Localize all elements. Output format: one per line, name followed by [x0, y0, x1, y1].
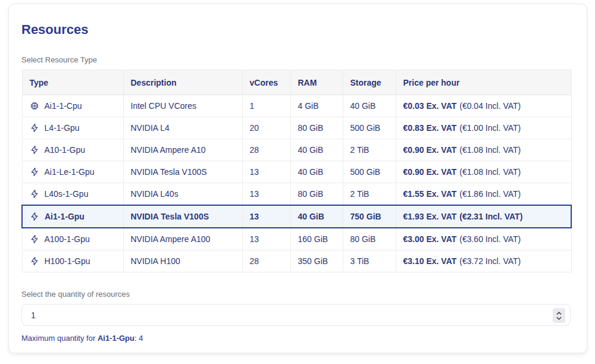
column-header-type: Type	[22, 70, 123, 95]
price-ex-vat: €3.00 Ex. VAT	[403, 234, 457, 244]
quantity-stepper[interactable]	[553, 308, 565, 323]
max-note-suffix: : 4	[134, 334, 143, 343]
resource-storage[interactable]: 2 TiB	[343, 183, 396, 206]
column-header-vcores: vCores	[242, 70, 290, 95]
resource-storage[interactable]: 2 TiB	[343, 139, 396, 161]
resource-description[interactable]: NVIDIA Ampere A10	[123, 139, 242, 161]
column-header-description: Description	[123, 70, 242, 95]
column-header-ram: RAM	[290, 70, 343, 95]
max-quantity-note: Maximum quantity for Ai1-1-Gpu: 4	[21, 334, 569, 343]
resource-type-value: Ai1-Le-1-Gpu	[45, 167, 95, 177]
resource-type-value: Ai1-1-Gpu	[45, 212, 84, 221]
price-ex-vat: €0.83 Ex. VAT	[403, 123, 457, 133]
resource-table: Type Description vCores RAM Storage Pric…	[21, 70, 572, 272]
resource-row[interactable]: Ai1-1-Cpu Intel CPU VCores 1 4 GiB 40 Gi…	[22, 95, 571, 117]
quantity-field-container	[21, 304, 571, 326]
resource-type-value: L40s-1-Gpu	[45, 189, 89, 199]
quantity-input[interactable]	[22, 305, 570, 325]
resource-row[interactable]: Ai1-1-Gpu NVIDIA Tesla V100S 13 40 GiB 7…	[22, 205, 571, 228]
resource-type-label: Select Resource Type	[21, 55, 569, 64]
price-incl-vat: (€1.08 Incl. VAT)	[459, 167, 521, 177]
resource-price[interactable]: €1.55 Ex. VAT(€1.86 Incl. VAT)	[396, 183, 571, 206]
price-incl-vat: (€0.04 Incl. VAT)	[459, 101, 521, 111]
resource-vcores[interactable]: 13	[242, 205, 290, 228]
resource-type-value: H100-1-Gpu	[45, 256, 90, 266]
lightning-icon	[30, 167, 39, 177]
lightning-icon	[30, 256, 39, 266]
resource-type-value: A10-1-Gpu	[45, 145, 85, 155]
lightning-icon	[30, 145, 39, 155]
resource-description[interactable]: NVIDIA Tesla V100S	[123, 161, 242, 183]
resource-vcores[interactable]: 13	[242, 228, 290, 250]
price-ex-vat: €1.55 Ex. VAT	[403, 189, 457, 199]
resource-price[interactable]: €0.90 Ex. VAT(€1.08 Incl. VAT)	[396, 139, 571, 161]
price-ex-vat: €0.03 Ex. VAT	[403, 101, 457, 111]
column-header-price: Price per hour	[396, 70, 571, 95]
resource-storage[interactable]: 750 GiB	[343, 205, 396, 228]
resource-ram[interactable]: 40 GiB	[290, 161, 343, 183]
resource-storage[interactable]: 3 TiB	[343, 250, 396, 272]
price-incl-vat: (€1.86 Incl. VAT)	[459, 189, 521, 199]
lightning-icon	[30, 212, 39, 221]
resource-storage[interactable]: 80 GiB	[343, 228, 396, 250]
price-incl-vat: (€3.60 Incl. VAT)	[459, 234, 521, 244]
resource-ram[interactable]: 4 GiB	[290, 95, 343, 117]
price-incl-vat: (€3.72 Incl. VAT)	[459, 256, 521, 266]
resource-type-value: Ai1-1-Cpu	[45, 101, 82, 111]
chevron-up-icon	[557, 312, 560, 314]
price-ex-vat: €0.90 Ex. VAT	[403, 167, 457, 177]
lightning-icon	[30, 123, 39, 133]
resource-vcores[interactable]: 20	[242, 117, 290, 139]
resource-description[interactable]: NVIDIA L4	[123, 117, 242, 139]
lightning-icon	[30, 234, 39, 244]
resource-ram[interactable]: 40 GiB	[290, 205, 343, 228]
resource-vcores[interactable]: 1	[242, 95, 290, 117]
resource-vcores[interactable]: 28	[242, 250, 290, 272]
resource-ram[interactable]: 160 GiB	[290, 228, 343, 250]
resource-ram[interactable]: 80 GiB	[290, 183, 343, 206]
resource-ram[interactable]: 40 GiB	[290, 139, 343, 161]
resource-price[interactable]: €0.90 Ex. VAT(€1.08 Incl. VAT)	[396, 161, 571, 183]
resource-price[interactable]: €0.83 Ex. VAT(€1.00 Incl. VAT)	[396, 117, 571, 139]
resource-row[interactable]: L40s-1-Gpu NVIDIA L40s 13 80 GiB 2 TiB €…	[22, 183, 571, 206]
column-header-storage: Storage	[343, 70, 396, 95]
resource-ram[interactable]: 80 GiB	[290, 117, 343, 139]
resource-price[interactable]: €3.00 Ex. VAT(€3.60 Incl. VAT)	[396, 228, 571, 250]
resource-vcores[interactable]: 13	[242, 183, 290, 206]
cpu-chip-icon	[30, 101, 39, 111]
price-incl-vat: (€2.31 Incl. VAT)	[459, 212, 522, 221]
quantity-label: Select the quantity of resources	[21, 290, 569, 299]
resource-storage[interactable]: 500 GiB	[343, 161, 396, 183]
resource-row[interactable]: H100-1-Gpu NVIDIA H100 28 350 GiB 3 TiB …	[22, 250, 571, 272]
resource-price[interactable]: €3.10 Ex. VAT(€3.72 Incl. VAT)	[396, 250, 571, 272]
resource-description[interactable]: NVIDIA H100	[123, 250, 242, 272]
resource-ram[interactable]: 350 GiB	[290, 250, 343, 272]
lightning-icon	[30, 189, 39, 199]
resource-row[interactable]: A10-1-Gpu NVIDIA Ampere A10 28 40 GiB 2 …	[22, 139, 571, 161]
price-ex-vat: €3.10 Ex. VAT	[403, 256, 457, 266]
price-ex-vat: €0.90 Ex. VAT	[403, 145, 457, 155]
max-note-resource: Ai1-1-Gpu	[98, 334, 134, 343]
resources-card: Resources Select Resource Type Type Desc…	[8, 4, 587, 353]
resource-price[interactable]: €1.93 Ex. VAT(€2.31 Incl. VAT)	[396, 205, 571, 228]
resource-vcores[interactable]: 28	[242, 139, 290, 161]
chevron-down-icon	[557, 317, 560, 319]
resource-price[interactable]: €0.03 Ex. VAT(€0.04 Incl. VAT)	[396, 95, 571, 117]
resource-row[interactable]: A100-1-Gpu NVIDIA Ampere A100 13 160 GiB…	[22, 228, 571, 250]
resource-description[interactable]: NVIDIA L40s	[123, 183, 242, 206]
price-incl-vat: (€1.00 Incl. VAT)	[459, 123, 521, 133]
resource-row[interactable]: Ai1-Le-1-Gpu NVIDIA Tesla V100S 13 40 Gi…	[22, 161, 571, 183]
resource-storage[interactable]: 40 GiB	[343, 95, 396, 117]
price-incl-vat: (€1.08 Incl. VAT)	[459, 145, 521, 155]
resource-storage[interactable]: 500 GiB	[343, 117, 396, 139]
resource-vcores[interactable]: 13	[242, 161, 290, 183]
page-title: Resources	[21, 22, 569, 37]
resource-description[interactable]: Intel CPU VCores	[123, 95, 242, 117]
resource-type-value: A100-1-Gpu	[45, 234, 90, 244]
resource-table-body: Ai1-1-Cpu Intel CPU VCores 1 4 GiB 40 Gi…	[22, 95, 571, 272]
resource-description[interactable]: NVIDIA Ampere A100	[123, 228, 242, 250]
resource-row[interactable]: L4-1-Gpu NVIDIA L4 20 80 GiB 500 GiB €0.…	[22, 117, 571, 139]
resource-description[interactable]: NVIDIA Tesla V100S	[123, 205, 242, 228]
resource-type-value: L4-1-Gpu	[45, 123, 80, 133]
max-note-prefix: Maximum quantity for	[21, 334, 98, 343]
